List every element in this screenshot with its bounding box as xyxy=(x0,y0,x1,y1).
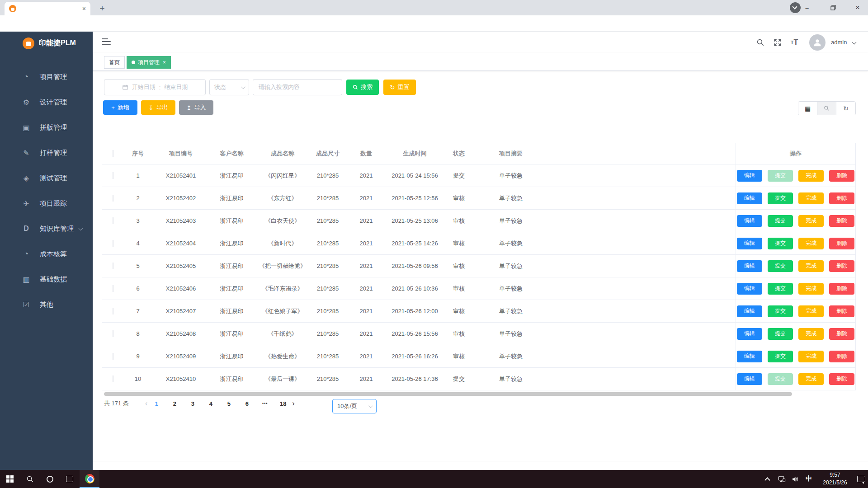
row-checkbox[interactable] xyxy=(113,285,113,292)
sidebar-item[interactable]: ⚙ 设计管理 xyxy=(0,89,93,115)
add-button[interactable]: + 新增 xyxy=(103,100,137,115)
edit-button[interactable]: 编辑 xyxy=(737,170,762,182)
tag-close-icon[interactable]: × xyxy=(163,59,166,66)
import-button[interactable]: ↥ 导入 xyxy=(179,100,213,115)
tray-chevron-up-icon[interactable] xyxy=(761,470,775,488)
delete-button[interactable]: 删除 xyxy=(829,260,854,272)
row-checkbox[interactable] xyxy=(113,240,113,247)
task-view-icon[interactable] xyxy=(60,470,80,488)
finish-button[interactable]: 完成 xyxy=(798,170,824,182)
finish-button[interactable]: 完成 xyxy=(798,305,824,317)
submit-button[interactable]: 提交 xyxy=(768,328,793,340)
finish-button[interactable]: 完成 xyxy=(798,351,824,362)
status-select[interactable]: 状态 xyxy=(209,79,249,95)
delete-button[interactable]: 删除 xyxy=(829,215,854,227)
user-avatar[interactable] xyxy=(809,34,826,51)
submit-button[interactable]: 提交 xyxy=(768,351,793,362)
taskbar-search-icon[interactable] xyxy=(20,470,40,488)
next-page-button[interactable]: › xyxy=(292,399,294,408)
sidebar-item[interactable]: ▣ 拼版管理 xyxy=(0,115,93,140)
submit-button[interactable]: 提交 xyxy=(768,215,793,227)
font-size-icon[interactable]: TT xyxy=(789,38,800,47)
edit-button[interactable]: 编辑 xyxy=(737,238,762,249)
submit-button[interactable]: 提交 xyxy=(768,283,793,295)
edit-button[interactable]: 编辑 xyxy=(737,192,762,204)
tag-project-management[interactable]: 项目管理 × xyxy=(127,56,171,69)
date-range-picker[interactable]: 开始日期 : 结束日期 xyxy=(104,79,206,95)
tag-home[interactable]: 首页 xyxy=(104,56,125,69)
page-number-button[interactable]: 5 xyxy=(225,400,232,407)
delete-button[interactable]: 删除 xyxy=(829,373,854,385)
delete-button[interactable]: 删除 xyxy=(829,192,854,204)
sidebar-item[interactable]: ✎ 打样管理 xyxy=(0,140,93,165)
row-checkbox[interactable] xyxy=(113,217,113,224)
row-checkbox[interactable] xyxy=(113,263,113,269)
prev-page-button[interactable]: ‹ xyxy=(145,399,147,408)
edit-button[interactable]: 编辑 xyxy=(737,328,762,340)
chrome-taskbar-icon[interactable] xyxy=(80,470,99,488)
network-icon[interactable] xyxy=(775,470,788,488)
delete-button[interactable]: 删除 xyxy=(829,283,854,295)
sidebar-item[interactable]: ◔ 项目管理 xyxy=(0,64,93,89)
sidebar-item[interactable]: D 知识库管理 xyxy=(0,216,93,241)
submit-button[interactable]: 提交 xyxy=(768,170,793,182)
finish-button[interactable]: 完成 xyxy=(798,260,824,272)
page-number-button[interactable]: 6 xyxy=(243,400,250,407)
page-number-button[interactable]: 4 xyxy=(207,400,214,407)
page-number-button[interactable]: 3 xyxy=(189,400,196,407)
header-search-icon[interactable] xyxy=(755,38,766,47)
delete-button[interactable]: 删除 xyxy=(829,351,854,362)
row-checkbox[interactable] xyxy=(113,195,113,202)
delete-button[interactable]: 删除 xyxy=(829,328,854,340)
search-input[interactable]: 请输入搜索内容 xyxy=(253,79,342,95)
export-button[interactable]: ↧ 导出 xyxy=(141,100,175,115)
grid-view-icon[interactable]: ▦ xyxy=(798,102,817,115)
edit-button[interactable]: 编辑 xyxy=(737,215,762,227)
finish-button[interactable]: 完成 xyxy=(798,373,824,385)
row-checkbox[interactable] xyxy=(113,353,113,360)
window-restore-button[interactable] xyxy=(823,0,844,15)
submit-button[interactable]: 提交 xyxy=(768,373,793,385)
horizontal-scrollbar[interactable] xyxy=(104,392,792,396)
page-size-select[interactable]: 10条/页 xyxy=(332,399,377,413)
username-label[interactable]: admin xyxy=(831,39,847,46)
edit-button[interactable]: 编辑 xyxy=(737,305,762,317)
submit-button[interactable]: 提交 xyxy=(768,260,793,272)
refresh-icon[interactable]: ↻ xyxy=(836,102,855,115)
taskbar-clock[interactable]: 9:57 2021/5/26 xyxy=(819,471,851,487)
row-checkbox[interactable] xyxy=(113,172,113,179)
finish-button[interactable]: 完成 xyxy=(798,238,824,249)
tab-close-icon[interactable]: × xyxy=(82,5,86,12)
page-number-button[interactable]: 2 xyxy=(171,400,178,407)
row-checkbox[interactable] xyxy=(113,375,113,382)
sidebar-item[interactable]: ◈ 测试管理 xyxy=(0,165,93,191)
row-checkbox[interactable] xyxy=(113,308,113,314)
table-search-icon[interactable] xyxy=(817,102,836,115)
finish-button[interactable]: 完成 xyxy=(798,328,824,340)
volume-icon[interactable] xyxy=(788,470,802,488)
browser-tab[interactable]: × xyxy=(5,2,90,15)
action-center-icon[interactable] xyxy=(854,470,868,488)
delete-button[interactable]: 删除 xyxy=(829,170,854,182)
window-minimize-button[interactable]: – xyxy=(797,0,817,15)
delete-button[interactable]: 删除 xyxy=(829,305,854,317)
sidebar-item[interactable]: ▥ 基础数据 xyxy=(0,267,93,292)
finish-button[interactable]: 完成 xyxy=(798,215,824,227)
page-number-button[interactable]: 18 xyxy=(279,400,287,407)
ime-indicator[interactable]: 中 xyxy=(802,470,816,488)
sidebar-item[interactable]: ✈ 项目跟踪 xyxy=(0,191,93,216)
row-checkbox[interactable] xyxy=(113,330,113,337)
edit-button[interactable]: 编辑 xyxy=(737,283,762,295)
finish-button[interactable]: 完成 xyxy=(798,192,824,204)
cortana-icon[interactable] xyxy=(40,470,60,488)
sidebar-item[interactable]: ☑ 其他 xyxy=(0,292,93,317)
reset-button[interactable]: ↻ 重置 xyxy=(383,80,416,95)
new-tab-button[interactable]: + xyxy=(97,3,108,14)
fullscreen-icon[interactable] xyxy=(772,38,783,47)
edit-button[interactable]: 编辑 xyxy=(737,351,762,362)
sidebar-item[interactable]: ◔ 成本核算 xyxy=(0,241,93,267)
search-button[interactable]: 搜索 xyxy=(346,80,379,95)
submit-button[interactable]: 提交 xyxy=(768,305,793,317)
page-number-button[interactable]: 1 xyxy=(153,400,160,407)
page-number-button[interactable]: ••• xyxy=(261,401,269,406)
